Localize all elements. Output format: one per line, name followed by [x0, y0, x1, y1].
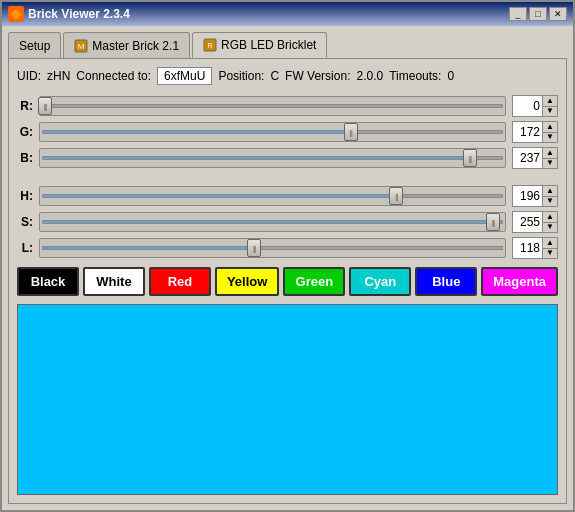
- spinbox-b-down[interactable]: ▼: [542, 159, 558, 170]
- spinbox-s: ▲ ▼: [512, 211, 558, 233]
- slider-g-track[interactable]: [39, 122, 506, 142]
- spinbox-l: ▲ ▼: [512, 237, 558, 259]
- slider-l-track[interactable]: [39, 238, 506, 258]
- info-row: UID: zHN Connected to: 6xfMuU Position: …: [17, 67, 558, 85]
- slider-s-label: S:: [17, 215, 33, 229]
- spinbox-s-up[interactable]: ▲: [542, 211, 558, 223]
- spinbox-g-input[interactable]: [512, 121, 542, 143]
- connected-label: Connected to:: [76, 69, 151, 83]
- slider-s-track[interactable]: [39, 212, 506, 232]
- spinbox-l-down[interactable]: ▼: [542, 249, 558, 260]
- slider-row-b: B: ▲ ▼: [17, 147, 558, 169]
- spinbox-g-down[interactable]: ▼: [542, 133, 558, 144]
- spinbox-b-input[interactable]: [512, 147, 542, 169]
- slider-row-h: H: ▲ ▼: [17, 185, 558, 207]
- slider-b-label: B:: [17, 151, 33, 165]
- color-btn-black[interactable]: Black: [17, 267, 79, 296]
- spinbox-b-up[interactable]: ▲: [542, 147, 558, 159]
- spinbox-g: ▲ ▼: [512, 121, 558, 143]
- app-icon: 🔶: [8, 6, 24, 22]
- spinbox-r-down[interactable]: ▼: [542, 107, 558, 118]
- timeouts-label: Timeouts:: [389, 69, 441, 83]
- color-btn-magenta[interactable]: Magenta: [481, 267, 558, 296]
- tab-bar: Setup M Master Brick 2.1 R RGB LED Brick…: [8, 32, 567, 58]
- svg-text:R: R: [208, 42, 213, 49]
- slider-l-label: L:: [17, 241, 33, 255]
- close-button[interactable]: ✕: [549, 7, 567, 21]
- fw-label: FW Version:: [285, 69, 350, 83]
- sliders-section: R: ▲ ▼: [17, 95, 558, 259]
- tab-setup-label: Setup: [19, 39, 50, 53]
- spinbox-h-down[interactable]: ▼: [542, 197, 558, 208]
- slider-r-track[interactable]: [39, 96, 506, 116]
- maximize-button[interactable]: □: [529, 7, 547, 21]
- tab-master-label: Master Brick 2.1: [92, 39, 179, 53]
- spinbox-r-up[interactable]: ▲: [542, 95, 558, 107]
- spinbox-l-up[interactable]: ▲: [542, 237, 558, 249]
- fw-value: 2.0.0: [356, 69, 383, 83]
- window-content: Setup M Master Brick 2.1 R RGB LED Brick…: [2, 26, 573, 510]
- uid-value: zHN: [47, 69, 70, 83]
- slider-r-label: R:: [17, 99, 33, 113]
- tab-setup[interactable]: Setup: [8, 32, 61, 58]
- color-buttons: Black White Red Yellow Green Cyan Blue M…: [17, 267, 558, 296]
- window-title: Brick Viewer 2.3.4: [28, 7, 130, 21]
- slider-h-track[interactable]: [39, 186, 506, 206]
- title-bar-buttons: _ □ ✕: [509, 7, 567, 21]
- color-btn-blue[interactable]: Blue: [415, 267, 477, 296]
- minimize-button[interactable]: _: [509, 7, 527, 21]
- spinbox-r-input[interactable]: [512, 95, 542, 117]
- slider-row-r: R: ▲ ▼: [17, 95, 558, 117]
- color-btn-green[interactable]: Green: [283, 267, 345, 296]
- color-btn-red[interactable]: Red: [149, 267, 211, 296]
- spinbox-g-up[interactable]: ▲: [542, 121, 558, 133]
- position-label: Position:: [218, 69, 264, 83]
- slider-g-label: G:: [17, 125, 33, 139]
- tab-rgb[interactable]: R RGB LED Bricklet: [192, 32, 327, 58]
- spinbox-b: ▲ ▼: [512, 147, 558, 169]
- color-btn-cyan[interactable]: Cyan: [349, 267, 411, 296]
- spinbox-s-down[interactable]: ▼: [542, 223, 558, 234]
- timeouts-value: 0: [447, 69, 454, 83]
- main-panel: UID: zHN Connected to: 6xfMuU Position: …: [8, 58, 567, 504]
- color-preview: [17, 304, 558, 495]
- spinbox-l-input[interactable]: [512, 237, 542, 259]
- title-bar: 🔶 Brick Viewer 2.3.4 _ □ ✕: [2, 2, 573, 26]
- slider-row-g: G: ▲ ▼: [17, 121, 558, 143]
- title-bar-left: 🔶 Brick Viewer 2.3.4: [8, 6, 130, 22]
- rgb-icon: R: [203, 38, 217, 52]
- uid-label: UID:: [17, 69, 41, 83]
- svg-text:M: M: [78, 42, 85, 51]
- slider-row-l: L: ▲ ▼: [17, 237, 558, 259]
- connected-value: 6xfMuU: [157, 67, 212, 85]
- tab-master[interactable]: M Master Brick 2.1: [63, 32, 190, 58]
- spinbox-h-up[interactable]: ▲: [542, 185, 558, 197]
- tab-rgb-label: RGB LED Bricklet: [221, 38, 316, 52]
- color-btn-yellow[interactable]: Yellow: [215, 267, 279, 296]
- slider-row-s: S: ▲ ▼: [17, 211, 558, 233]
- master-icon: M: [74, 39, 88, 53]
- slider-separator: [17, 173, 558, 181]
- position-value: C: [270, 69, 279, 83]
- color-btn-white[interactable]: White: [83, 267, 145, 296]
- main-window: 🔶 Brick Viewer 2.3.4 _ □ ✕ Setup M Maste…: [0, 0, 575, 512]
- spinbox-s-input[interactable]: [512, 211, 542, 233]
- slider-h-label: H:: [17, 189, 33, 203]
- spinbox-h: ▲ ▼: [512, 185, 558, 207]
- spinbox-h-input[interactable]: [512, 185, 542, 207]
- slider-b-track[interactable]: [39, 148, 506, 168]
- spinbox-r: ▲ ▼: [512, 95, 558, 117]
